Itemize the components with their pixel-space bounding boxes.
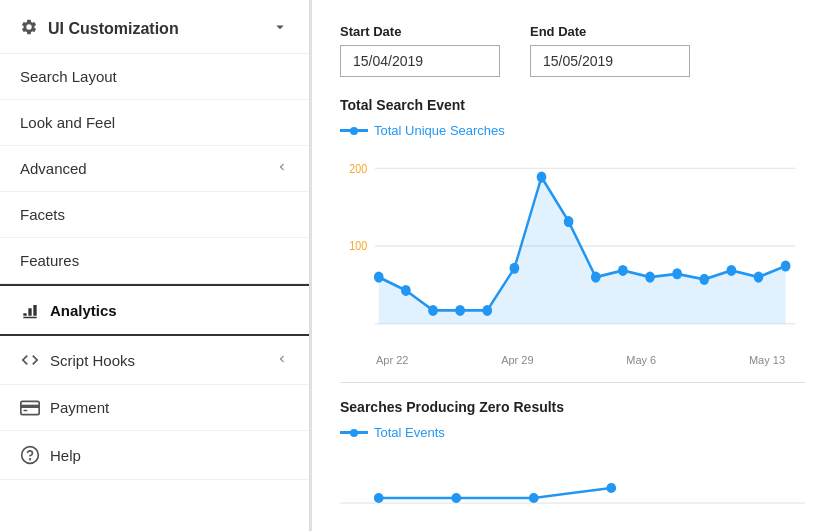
chart1-x-labels: Apr 22 Apr 29 May 6 May 13 — [340, 354, 805, 366]
sidebar-item-help[interactable]: Help — [0, 431, 309, 480]
payment-icon — [20, 400, 40, 416]
nav-item-content: Search Layout — [20, 68, 117, 85]
nav-item-content: Look and Feel — [20, 114, 115, 131]
nav-item-content: Script Hooks — [20, 350, 135, 370]
legend-line-2: Total Events — [340, 425, 445, 440]
svg-point-30 — [606, 483, 616, 493]
sidebar-header: UI Customization — [0, 0, 309, 54]
svg-point-4 — [30, 459, 31, 460]
svg-point-23 — [727, 265, 737, 276]
nav-item-content: Facets — [20, 206, 65, 223]
section-divider — [340, 382, 805, 383]
chart2-section: Searches Producing Zero Results Total Ev… — [340, 399, 805, 508]
legend-dot — [340, 129, 368, 132]
legend-label-2: Total Events — [374, 425, 445, 440]
svg-point-16 — [537, 172, 547, 183]
svg-text:100: 100 — [349, 240, 367, 253]
svg-point-10 — [374, 272, 384, 283]
gear-icon — [20, 18, 38, 39]
svg-point-15 — [510, 263, 520, 274]
date-row: Start Date End Date — [340, 24, 805, 77]
nav-item-label: Help — [50, 447, 81, 464]
nav-item-content: Help — [20, 445, 81, 465]
start-date-label: Start Date — [340, 24, 500, 39]
nav-item-label: Advanced — [20, 160, 87, 177]
start-date-input[interactable] — [340, 45, 500, 77]
sidebar-item-payment[interactable]: Payment — [0, 385, 309, 431]
chart2-legend: Total Events — [340, 425, 805, 440]
end-date-input[interactable] — [530, 45, 690, 77]
svg-point-29 — [529, 493, 539, 503]
svg-point-20 — [645, 272, 655, 283]
sidebar-item-search-layout[interactable]: Search Layout — [0, 54, 309, 100]
nav-item-label: Features — [20, 252, 79, 269]
sidebar-item-analytics[interactable]: Analytics — [0, 284, 309, 336]
svg-point-27 — [374, 493, 384, 503]
chart1-legend: Total Unique Searches — [340, 123, 805, 138]
code-icon — [20, 350, 40, 370]
sidebar-item-advanced[interactable]: Advanced — [0, 146, 309, 192]
svg-rect-1 — [21, 404, 39, 407]
svg-point-14 — [482, 305, 492, 316]
x-label-may6: May 6 — [626, 354, 656, 366]
nav-item-label: Look and Feel — [20, 114, 115, 131]
x-label-apr22: Apr 22 — [376, 354, 408, 366]
chart2-svg — [340, 448, 805, 508]
svg-point-19 — [618, 265, 628, 276]
svg-point-21 — [672, 268, 682, 279]
svg-rect-2 — [23, 409, 27, 411]
nav-item-label: Payment — [50, 399, 109, 416]
svg-point-25 — [781, 260, 791, 271]
x-label-may13: May 13 — [749, 354, 785, 366]
x-label-apr29: Apr 29 — [501, 354, 533, 366]
nav-item-label: Analytics — [50, 302, 117, 319]
legend-dot-2 — [340, 431, 368, 434]
chart1-svg: 200 100 — [340, 146, 805, 346]
sidebar-item-script-hooks[interactable]: Script Hooks — [0, 336, 309, 385]
sidebar-header-left: UI Customization — [20, 18, 179, 39]
sidebar-item-features[interactable]: Features — [0, 238, 309, 284]
svg-point-11 — [401, 285, 411, 296]
svg-point-13 — [455, 305, 465, 316]
chart1-container: 200 100 — [340, 146, 805, 346]
sidebar: UI Customization Search Layout Look and … — [0, 0, 310, 531]
nav-item-label: Script Hooks — [50, 352, 135, 369]
end-date-label: End Date — [530, 24, 690, 39]
legend-line: Total Unique Searches — [340, 123, 505, 138]
sidebar-item-facets[interactable]: Facets — [0, 192, 309, 238]
chevron-left-icon — [275, 352, 289, 369]
nav-item-content: Features — [20, 252, 79, 269]
legend-label: Total Unique Searches — [374, 123, 505, 138]
start-date-field: Start Date — [340, 24, 500, 77]
nav-item-label: Search Layout — [20, 68, 117, 85]
chart2-title: Searches Producing Zero Results — [340, 399, 805, 415]
help-icon — [20, 445, 40, 465]
svg-point-18 — [591, 272, 601, 283]
chart1-title: Total Search Event — [340, 97, 805, 113]
nav-item-content: Advanced — [20, 160, 87, 177]
svg-point-28 — [451, 493, 461, 503]
end-date-field: End Date — [530, 24, 690, 77]
svg-point-24 — [754, 272, 764, 283]
nav-item-content: Payment — [20, 399, 109, 416]
chart2-container — [340, 448, 805, 508]
sidebar-title: UI Customization — [48, 20, 179, 38]
sidebar-nav: Search Layout Look and Feel Advanced Fac… — [0, 54, 309, 531]
svg-point-12 — [428, 305, 438, 316]
chevron-left-icon — [275, 160, 289, 177]
svg-text:200: 200 — [349, 162, 367, 175]
nav-item-label: Facets — [20, 206, 65, 223]
svg-point-17 — [564, 216, 574, 227]
bar-chart-icon — [20, 300, 40, 320]
main-content: Start Date End Date Total Search Event T… — [310, 0, 833, 531]
svg-point-22 — [699, 274, 709, 285]
sidebar-item-look-and-feel[interactable]: Look and Feel — [0, 100, 309, 146]
nav-item-content: Analytics — [20, 300, 117, 320]
chevron-down-icon[interactable] — [271, 18, 289, 39]
